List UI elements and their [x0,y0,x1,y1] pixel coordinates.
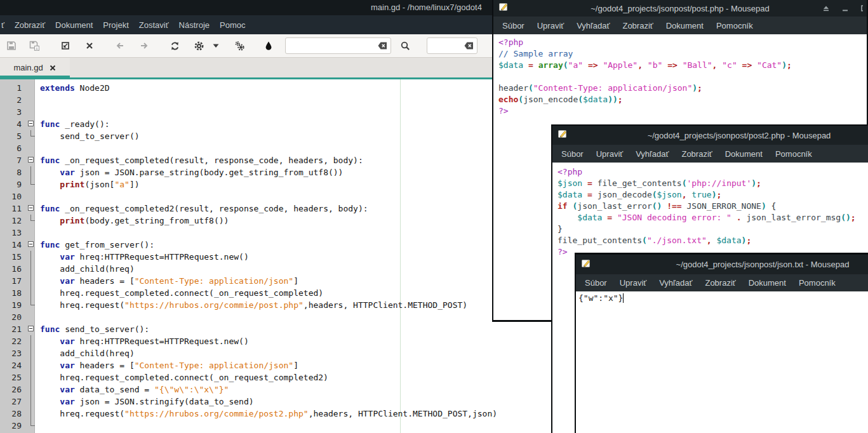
line-number: 27 [0,397,25,406]
line-number: 1 [0,83,25,93]
line-number: 18 [0,288,25,298]
fold-marker [25,359,37,371]
mousepad2-menu-item-3[interactable]: Zobraziť [675,149,718,159]
fold-marker [25,94,37,106]
goto-clear-icon [464,41,475,51]
mousepad3-menu-item-1[interactable]: Upraviť [613,278,653,288]
line-number: 5 [0,131,25,141]
mousepad2-menu-item-0[interactable]: Súbor [555,149,590,159]
geany-menu-item-2[interactable]: Dokument [50,20,98,30]
build-dropdown-button[interactable] [211,38,220,53]
mousepad1-menu-item-4[interactable]: Dokument [660,21,710,30]
geany-menu-item-4[interactable]: Zostaviť [134,20,174,30]
mousepad2-menu-item-4[interactable]: Dokument [719,149,769,159]
fold-marker [25,299,37,311]
back-icon [115,41,125,51]
search-input[interactable] [285,37,391,54]
minimize-button[interactable] [840,3,850,13]
code-line: $data = "JSON decoding error: " . json_l… [555,211,868,223]
navigate-back-button[interactable] [112,38,128,53]
line-number: 11 [0,204,25,213]
window-title: ~/godot4_projects/jsonpost/post2.php - M… [552,131,868,140]
code-line: echo(json_encode($data)); [496,93,867,105]
window-title: ~/godot4_projects/jsonpost/json.txt - Mo… [576,260,868,269]
geany-menu-item-6[interactable]: Pomoc [215,20,250,30]
line-number: 28 [0,409,25,418]
shade-button[interactable] [821,3,831,13]
line-number: 20 [0,312,25,322]
geany-menu-item-0[interactable]: ť [0,20,10,30]
mousepad3-menu-item-2[interactable]: Vyhľadať [653,278,698,288]
build-button[interactable] [191,38,206,53]
line-number: 2 [0,95,25,105]
fold-marker [25,371,37,383]
mousepad-titlebar[interactable]: ~/godot4_projects/jsonpost/json.txt - Mo… [576,255,868,274]
mousepad2-menu-item-1[interactable]: Upraviť [590,149,629,159]
navigate-forward-button[interactable] [137,38,152,53]
fold-toggle[interactable] [25,154,37,166]
tab-main-gd[interactable]: main.gd [0,58,70,77]
mousepad1-menu-item-1[interactable]: Upraviť [531,21,570,30]
fold-marker [25,263,37,275]
line-number: 23 [0,349,25,358]
mousepad3-menu-item-5[interactable]: Pomocník [792,278,842,288]
mousepad2-menu-item-2[interactable]: Vyhľadať [629,149,675,159]
code-line: $json = file_get_contents('php://input')… [555,177,868,189]
mousepad3-menu-item-3[interactable]: Zobraziť [698,278,742,288]
geany-menu-item-1[interactable]: Zobraziť [10,20,50,30]
line-number: 15 [0,252,25,262]
line-number: 13 [0,228,25,237]
shade-icon [821,3,831,13]
fold-marker [25,190,37,203]
geany-window-title: main.gd - /home/linux7/godot4 [371,3,482,12]
mousepad-titlebar[interactable]: ~/godot4_projects/jsonpost/post2.php - M… [552,126,868,145]
fold-marker [25,130,37,142]
line-number: 19 [0,300,25,310]
mousepad3-menu-item-4[interactable]: Dokument [742,278,792,288]
goto-clear-button[interactable] [464,41,475,53]
code-line: file_put_contents("./json.txt", $data); [555,234,868,246]
geany-menu-item-3[interactable]: Projekt [98,20,133,30]
tab-close-button[interactable] [49,64,57,72]
execute-button[interactable] [232,38,247,53]
mousepad1-menu-item-5[interactable]: Pomocník [710,21,759,30]
fold-marker [25,251,37,263]
fold-marker [25,420,37,432]
revert-button[interactable] [58,38,73,53]
line-number: 9 [0,180,25,189]
compile-button[interactable] [167,38,182,53]
close-document-button[interactable] [82,38,97,53]
search-clear-button[interactable] [377,41,389,53]
mousepad-titlebar[interactable]: ~/godot4_projects/jsonpost/post.php - Mo… [493,0,867,17]
find-button[interactable] [397,38,413,53]
code-line: ?> [496,105,867,116]
fold-toggle[interactable] [25,203,37,215]
line-number: 16 [0,264,25,274]
line-number: 22 [0,336,25,346]
fold-marker [25,178,37,190]
build-dropdown-icon [212,42,220,50]
fold-toggle[interactable] [25,323,37,335]
minimize-icon [840,3,850,13]
color-chooser-button[interactable] [261,38,276,53]
save-all-button[interactable] [27,38,42,53]
json-txt-text-area[interactable]: {"w":"x"} [576,291,868,433]
color-chooser-icon [264,41,274,51]
mousepad1-menu-item-2[interactable]: Vyhľadať [570,21,616,30]
json-txt-content: {"w":"x"} [578,293,623,303]
line-number: 25 [0,373,25,382]
mousepad3-menu-item-0[interactable]: Súbor [578,278,613,288]
mousepad1-menu-item-3[interactable]: Zobraziť [616,21,659,30]
code-line: // Sample array [496,48,867,59]
fold-toggle[interactable] [25,239,37,251]
fold-toggle[interactable] [25,118,37,130]
mousepad1-menu-item-0[interactable]: Súbor [496,21,531,30]
line-number: 26 [0,385,25,394]
maximize-button[interactable] [859,3,863,13]
mousepad2-menu-item-5[interactable]: Pomocník [769,149,818,159]
geany-menu-item-5[interactable]: Nástroje [174,20,215,30]
fold-marker [25,227,37,239]
save-button[interactable] [4,38,19,53]
line-number: 17 [0,276,25,286]
line-number: 29 [0,421,25,430]
